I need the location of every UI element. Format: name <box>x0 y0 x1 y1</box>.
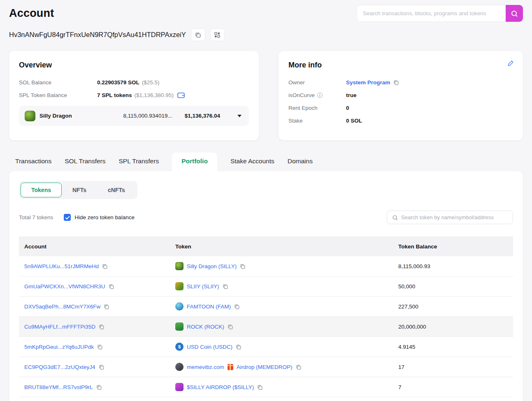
copy-token-button[interactable] <box>223 284 228 289</box>
token-cell: memevibz.com Airdrop (MEMEDROP) <box>175 363 398 371</box>
table-row: GmUaPWCKXn...VfWN8CHR3U SLIIY (SLIIY) 50… <box>19 276 513 297</box>
subtab-nfts[interactable]: NFTs <box>62 183 97 197</box>
copy-account-button[interactable] <box>99 324 104 329</box>
token-link[interactable]: USD Coin (USDC) <box>187 344 232 350</box>
memedrop-token-icon <box>175 363 184 371</box>
copy-icon <box>223 284 228 289</box>
token-link[interactable]: SLIIY (SLIIY) <box>187 283 219 290</box>
account-link[interactable]: Cu9MAyHFLf...mFFFTPi35D <box>24 324 95 330</box>
subtab-cnfts[interactable]: cNFTs <box>97 183 136 197</box>
token-balance-cell: 50,000 <box>398 283 513 290</box>
token-selector-dropdown[interactable]: Silly Dragon 8,115,000.934019... $1,136,… <box>19 106 249 126</box>
is-on-curve-value: true <box>346 92 357 98</box>
account-cell: 5mKpRpGeui...zYq6uJUPdk <box>24 344 175 350</box>
token-link[interactable]: Airdrop (MEMEDROP) <box>237 364 293 370</box>
account-cell: BRUT88eYMf...RS7vstP9rL <box>24 384 175 390</box>
token-link[interactable]: $SILLY AIRDROP ($SILLY) <box>187 384 254 390</box>
copy-icon <box>96 385 102 390</box>
hide-zero-toggle[interactable]: Hide zero token balance <box>64 214 135 221</box>
page-title: Account <box>9 7 54 20</box>
more-info-card: More info Owner System Program isOnCurve… <box>279 51 523 140</box>
copy-owner-button[interactable] <box>393 80 399 85</box>
search-icon <box>393 215 398 220</box>
copy-icon <box>109 284 114 289</box>
account-link[interactable]: BRUT88eYMf...RS7vstP9rL <box>24 384 93 390</box>
account-link[interactable]: EC9PQG3dE7...2zUQxteyJ4 <box>24 364 95 370</box>
gift-icon <box>228 364 233 370</box>
token-link[interactable]: ROCK (ROCK) <box>187 324 224 330</box>
token-link[interactable]: memevibz.com <box>187 364 224 370</box>
is-on-curve-label: isOnCurve i <box>288 92 346 98</box>
account-link[interactable]: GmUaPWCKXn...VfWN8CHR3U <box>24 283 105 290</box>
famtoon-token-icon <box>175 302 184 311</box>
copy-token-button[interactable] <box>240 264 245 269</box>
tab-stake-accounts[interactable]: Stake Accounts <box>230 153 274 171</box>
copy-account-button[interactable] <box>109 284 114 289</box>
table-row: BRUT88eYMf...RS7vstP9rL $SILLY AIRDROP (… <box>19 377 513 397</box>
token-cell: Silly Dragon (SILLY) <box>175 262 398 270</box>
token-cell: ROCK (ROCK) <box>175 322 398 331</box>
account-page: Account Hv3nANwFgU84grTFnxUeN9R7QfpVsAu4… <box>0 0 532 401</box>
token-balance-cell: 227,500 <box>398 304 513 310</box>
copy-account-button[interactable] <box>96 385 102 390</box>
more-info-title: More info <box>288 61 513 70</box>
tab-sol-transfers[interactable]: SOL Transfers <box>65 153 105 171</box>
account-cell: 5n9AWPLUKu...51rJMRMeHd <box>24 263 175 269</box>
copy-token-button[interactable] <box>257 385 263 390</box>
selected-token-usd: $1,136,376.04 <box>185 113 220 119</box>
tab-transactions[interactable]: Transactions <box>15 153 51 171</box>
hide-zero-checkbox[interactable] <box>64 214 71 221</box>
info-icon[interactable]: i <box>317 93 323 98</box>
token-search-input[interactable] <box>401 214 508 220</box>
header-token-balance: Token Balance <box>398 243 513 250</box>
token-balance-cell: 20,000,000 <box>398 324 513 330</box>
global-search-input[interactable] <box>357 5 506 22</box>
copy-account-button[interactable] <box>104 304 109 309</box>
wallet-icon[interactable] <box>177 92 185 98</box>
owner-row: Owner System Program <box>288 79 513 86</box>
is-on-curve-label-text: isOnCurve <box>288 92 315 98</box>
overview-card: Overview SOL Balance 0.22903579 SOL ($25… <box>9 51 259 140</box>
account-link[interactable]: 5n9AWPLUKu...51rJMRMeHd <box>24 263 99 269</box>
copy-account-button[interactable] <box>99 364 104 370</box>
table-row: 5mKpRpGeui...zYq6uJUPdk USD Coin (USDC) … <box>19 337 513 357</box>
token-link[interactable]: Silly Dragon (SILLY) <box>187 263 237 269</box>
subtab-tokens[interactable]: Tokens <box>21 183 62 197</box>
global-search-button[interactable] <box>506 5 523 22</box>
spl-balance-usd: ($1,136,380.95) <box>135 92 174 98</box>
total-tokens-label: Total 7 tokens <box>19 214 53 220</box>
token-balance-cell: 8,115,000.93 <box>398 263 513 269</box>
account-link[interactable]: DXV5aqBePh...8MCmY7X6Fw <box>24 304 100 310</box>
portfolio-subtabs: Tokens NFTs cNFTs <box>19 181 137 199</box>
edit-pencil-icon[interactable] <box>507 60 514 68</box>
copy-token-button[interactable] <box>296 364 301 370</box>
table-row: EC9PQG3dE7...2zUQxteyJ4 memevibz.com Air… <box>19 357 513 377</box>
copy-address-button[interactable] <box>191 28 205 41</box>
owner-link[interactable]: System Program <box>346 79 390 86</box>
copy-icon <box>240 264 245 269</box>
token-balance-cell: 17 <box>398 364 513 370</box>
copy-account-button[interactable] <box>97 344 102 350</box>
tab-portfolio[interactable]: Portfolio <box>172 153 217 171</box>
sol-balance-row: SOL Balance 0.22903579 SOL ($25.5) <box>19 79 249 86</box>
table-row: DXV5aqBePh...8MCmY7X6Fw FAMTOON (FAM) 22… <box>19 297 513 317</box>
rock-token-icon <box>175 322 184 331</box>
tab-spl-transfers[interactable]: SPL Transfers <box>119 153 159 171</box>
qr-code-button[interactable] <box>210 28 225 41</box>
account-cell: Cu9MAyHFLf...mFFFTPi35D <box>24 324 175 330</box>
sol-balance-value: 0.22903579 SOL <box>97 79 139 86</box>
stake-value: 0 SOL <box>346 118 362 124</box>
copy-icon <box>257 385 263 390</box>
spl-balance-row: SPL Token Balance 7 SPL tokens ($1,136,3… <box>19 92 249 98</box>
copy-account-button[interactable] <box>102 264 107 269</box>
copy-token-button[interactable] <box>236 344 241 350</box>
token-balance-cell: 7 <box>398 384 513 390</box>
copy-token-button[interactable] <box>234 304 239 309</box>
copy-icon <box>99 364 104 370</box>
account-link[interactable]: 5mKpRpGeui...zYq6uJUPdk <box>24 344 94 350</box>
copy-token-button[interactable] <box>228 324 233 329</box>
chevron-down-icon <box>237 115 242 117</box>
token-link[interactable]: FAMTOON (FAM) <box>187 304 231 310</box>
token-cell: USD Coin (USDC) <box>175 343 398 351</box>
tab-domains[interactable]: Domains <box>288 153 313 171</box>
